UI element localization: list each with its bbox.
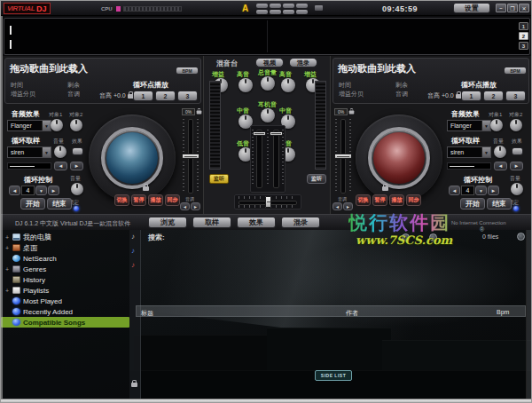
- expand-icon[interactable]: +: [4, 234, 10, 241]
- chevron-down-icon[interactable]: ▼: [481, 121, 490, 130]
- rhythm-waveform-panel[interactable]: 1 2 3: [4, 18, 530, 55]
- browser-lock-icon[interactable]: [131, 383, 137, 387]
- music-note-red-icon[interactable]: ♪: [131, 261, 135, 269]
- wave-slot-3[interactable]: 3: [519, 42, 528, 50]
- tab-effects[interactable]: 效果: [237, 217, 276, 228]
- maximize-button[interactable]: ❒: [507, 4, 518, 12]
- column-bpm[interactable]: Bpm: [497, 309, 509, 315]
- settings-button[interactable]: 设置: [453, 3, 490, 13]
- pitch-bend-down[interactable]: ◄: [180, 202, 190, 210]
- pitch-fader-handle[interactable]: [334, 154, 352, 159]
- high-knob-r[interactable]: [281, 78, 295, 92]
- browser-refresh-icon[interactable]: [429, 233, 437, 241]
- tab-sampler[interactable]: 取样: [192, 217, 231, 228]
- chevron-down-icon[interactable]: ▼: [42, 121, 51, 130]
- sidebar-item-most-played[interactable]: Most Played: [1, 296, 129, 306]
- fx-select[interactable]: Flanger ▼: [7, 120, 51, 131]
- expand-icon[interactable]: +: [4, 266, 10, 273]
- pitch-bend-up[interactable]: ►: [191, 202, 200, 210]
- wave-slot-2[interactable]: 2: [519, 32, 528, 40]
- loop-volume-knob[interactable]: [511, 183, 523, 195]
- sample-select[interactable]: siren ▼: [7, 146, 51, 158]
- jog-wheel[interactable]: [356, 115, 442, 202]
- pitch-bend-down[interactable]: ◄: [332, 202, 342, 210]
- pfl-button-right[interactable]: 监听: [307, 174, 326, 184]
- expand-icon[interactable]: +: [4, 245, 10, 251]
- sync-button[interactable]: 同步: [406, 194, 421, 206]
- column-title[interactable]: 标题: [141, 309, 153, 318]
- pitch-lock-icon[interactable]: [349, 111, 355, 115]
- volume-fader-handle-l[interactable]: [253, 131, 266, 136]
- cue-button-2[interactable]: 2: [155, 91, 176, 101]
- tab-mixer[interactable]: 混音台: [216, 59, 238, 68]
- sample-prev-button[interactable]: ◄: [494, 162, 507, 170]
- pitch-bend-up[interactable]: ►: [343, 202, 353, 210]
- loop-half-button[interactable]: ◄: [9, 186, 20, 195]
- fx-knob-2[interactable]: [70, 119, 82, 131]
- fx-select[interactable]: Flanger ▼: [447, 120, 491, 131]
- sample-next-button[interactable]: ►: [70, 162, 83, 170]
- sample-next-button[interactable]: ►: [510, 162, 523, 170]
- files-option-icon[interactable]: [517, 233, 525, 241]
- wave-slot-1[interactable]: 1: [519, 22, 528, 30]
- sync-button[interactable]: 同步: [165, 194, 180, 206]
- cue-button-1[interactable]: 1: [461, 91, 481, 101]
- loop-lock-led[interactable]: [513, 206, 519, 211]
- music-note-icon[interactable]: ♪: [131, 233, 135, 241]
- cue-button[interactable]: 切换: [114, 194, 129, 206]
- cue-button-3[interactable]: 3: [505, 91, 526, 101]
- pfl-button-left[interactable]: 监听: [209, 174, 229, 184]
- deck-lock-icon[interactable]: [382, 186, 388, 191]
- cue-button-2[interactable]: 2: [483, 91, 504, 101]
- crossfader[interactable]: [234, 194, 301, 209]
- bpm-button[interactable]: BPM: [504, 67, 527, 75]
- sample-fx-button[interactable]: [512, 147, 523, 155]
- sidebar-item-desktop[interactable]: + 桌面: [1, 242, 129, 253]
- play-button[interactable]: 播放: [389, 194, 404, 206]
- crossfader-handle[interactable]: [265, 196, 271, 208]
- tab-record[interactable]: 混录: [281, 217, 320, 228]
- loop-out-button[interactable]: 结束: [487, 198, 512, 209]
- loop-in-button[interactable]: 开始: [20, 198, 45, 209]
- loop-menu-button[interactable]: ▼: [475, 186, 487, 195]
- music-note-blue-icon[interactable]: ♪: [131, 247, 135, 255]
- tab-video[interactable]: 视频: [255, 58, 284, 67]
- loop-half-button[interactable]: ◄: [449, 186, 460, 195]
- sample-volume-knob[interactable]: [494, 146, 506, 158]
- loop-volume-knob[interactable]: [71, 183, 83, 195]
- sidebar-item-playlists[interactable]: + Playlists: [1, 285, 129, 296]
- tab-record[interactable]: 混录: [289, 58, 317, 67]
- loop-lock-led[interactable]: [74, 206, 79, 211]
- sidebar-item-genres[interactable]: + Genres: [1, 264, 129, 274]
- deck-left-header[interactable]: 拖动歌曲到此载入 时间 剩余 增益分贝 音调 音高 +0.0 BPM 循环点播放…: [4, 58, 201, 104]
- jog-wheel[interactable]: [89, 115, 176, 202]
- column-artist[interactable]: 作者: [346, 309, 358, 318]
- sidebar-item-compatible-songs[interactable]: Compatible Songs: [1, 317, 129, 328]
- stutter-button[interactable]: 暂停: [372, 194, 387, 206]
- volume-fader-handle-r[interactable]: [270, 131, 283, 136]
- phones-knob[interactable]: [261, 108, 275, 122]
- play-button[interactable]: 播放: [148, 194, 163, 206]
- loop-out-button[interactable]: 结束: [47, 198, 72, 209]
- pitch-fader-handle[interactable]: [182, 154, 200, 159]
- sample-select[interactable]: siren ▼: [447, 146, 491, 158]
- sidebar-item-recently-added[interactable]: Recently Added: [1, 306, 129, 317]
- cue-button-3[interactable]: 3: [177, 91, 198, 101]
- deck-right-header[interactable]: 拖动歌曲到此载入 时间 剩余 增益分贝 音调 音高 +0.0 BPM 循环点播放…: [332, 58, 529, 104]
- sidebar-item-netsearch[interactable]: NetSearch: [1, 253, 129, 264]
- chevron-down-icon[interactable]: ▼: [42, 147, 51, 157]
- fx-knob-2[interactable]: [510, 119, 522, 131]
- minimize-button[interactable]: –: [496, 4, 506, 12]
- loop-double-button[interactable]: ►: [48, 186, 59, 195]
- sidebar-item-my-computer[interactable]: + 我的电脑: [1, 232, 129, 242]
- pitch-lock-icon[interactable]: [197, 111, 202, 115]
- cue-button[interactable]: 切换: [356, 194, 371, 206]
- browser-option-icon[interactable]: [402, 233, 410, 241]
- layout-mini-slot[interactable]: [315, 5, 323, 11]
- volume-fader-track-r[interactable]: [273, 130, 279, 188]
- cue-button-1[interactable]: 1: [133, 91, 153, 101]
- sample-prev-button[interactable]: ◄: [54, 162, 67, 170]
- loop-menu-button[interactable]: ▼: [35, 186, 47, 195]
- deck-lock-icon[interactable]: [143, 186, 149, 191]
- volume-fader-track-l[interactable]: [256, 130, 262, 188]
